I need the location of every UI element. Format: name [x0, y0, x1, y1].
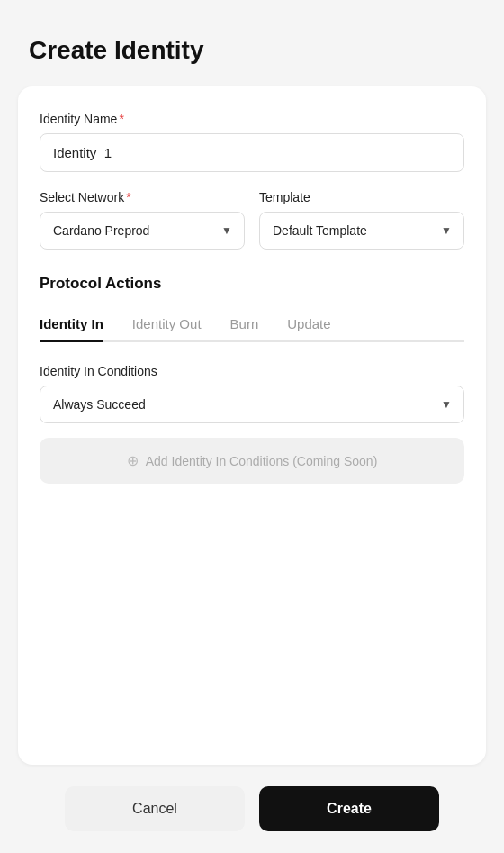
template-field: Template Default Template ▼ — [259, 190, 464, 250]
conditions-wrapper: Always Succeed ▼ — [40, 386, 464, 423]
protocol-actions-title: Protocol Actions — [40, 275, 464, 293]
footer: Cancel Create — [0, 765, 504, 853]
identity-name-field: Identity Name* — [40, 112, 464, 172]
tab-identity-out[interactable]: Identity Out — [132, 307, 202, 342]
identity-name-label: Identity Name* — [40, 112, 464, 126]
page-title: Create Identity — [0, 0, 504, 86]
tab-burn[interactable]: Burn — [230, 307, 259, 342]
main-card: Identity Name* Select Network* Cardano P… — [18, 86, 486, 765]
add-conditions-button: ⊕ Add Identity In Conditions (Coming Soo… — [40, 438, 464, 484]
cancel-button[interactable]: Cancel — [65, 786, 245, 831]
conditions-select[interactable]: Always Succeed — [40, 386, 464, 423]
required-star: * — [119, 112, 123, 126]
network-template-row: Select Network* Cardano Preprod ▼ Templa… — [40, 190, 464, 250]
conditions-label: Identity In Conditions — [40, 364, 464, 378]
plus-circle-icon: ⊕ — [127, 452, 139, 469]
tab-identity-in[interactable]: Identity In — [40, 307, 104, 342]
select-network-field: Select Network* Cardano Preprod ▼ — [40, 190, 245, 250]
select-network-wrapper: Cardano Preprod ▼ — [40, 212, 245, 250]
conditions-field: Identity In Conditions Always Succeed ▼ — [40, 364, 464, 423]
tab-update[interactable]: Update — [287, 307, 330, 342]
select-network-label: Select Network* — [40, 190, 245, 204]
identity-name-input[interactable] — [40, 133, 464, 172]
template-input[interactable]: Default Template — [259, 212, 464, 250]
template-label: Template — [259, 190, 464, 204]
template-wrapper: Default Template ▼ — [259, 212, 464, 250]
protocol-tabs: Identity In Identity Out Burn Update — [40, 307, 464, 342]
required-star-network: * — [126, 190, 130, 204]
create-button[interactable]: Create — [259, 786, 439, 831]
select-network-input[interactable]: Cardano Preprod — [40, 212, 245, 250]
